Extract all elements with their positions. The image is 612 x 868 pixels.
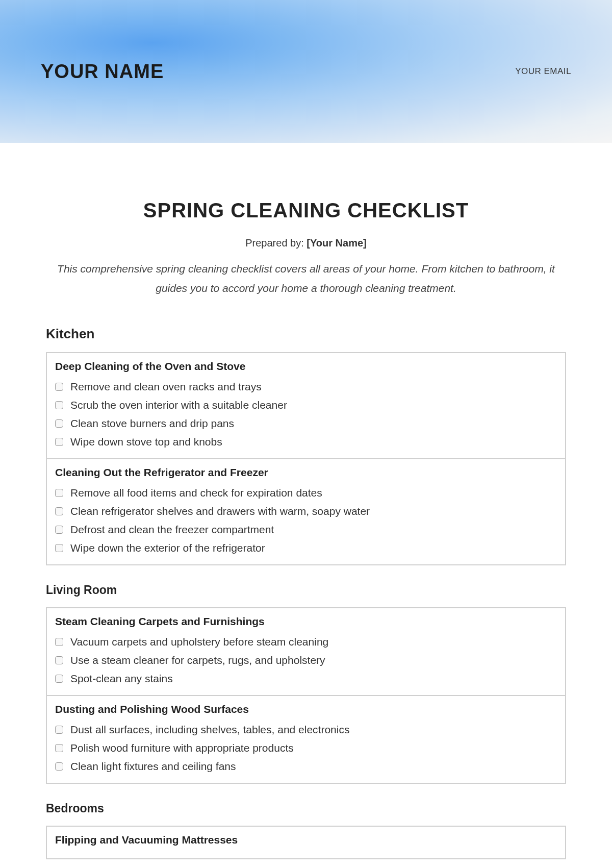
task-group-title: Dusting and Polishing Wood Surfaces bbox=[55, 703, 557, 715]
task-item: Dust all surfaces, including shelves, ta… bbox=[55, 721, 557, 739]
checkbox[interactable] bbox=[55, 744, 63, 752]
task-group: Steam Cleaning Carpets and FurnishingsVa… bbox=[46, 608, 566, 696]
task-text: Scrub the oven interior with a suitable … bbox=[70, 399, 287, 411]
prepared-by-label: Prepared by: bbox=[245, 237, 307, 249]
page-title: SPRING CLEANING CHECKLIST bbox=[46, 199, 566, 222]
task-item: Polish wood furniture with appropriate p… bbox=[55, 739, 557, 757]
section-table: Flipping and Vacuuming Mattresses bbox=[46, 826, 566, 859]
task-text: Remove all food items and check for expi… bbox=[70, 487, 322, 499]
checkbox[interactable] bbox=[55, 762, 63, 771]
task-text: Polish wood furniture with appropriate p… bbox=[70, 742, 294, 754]
checkbox[interactable] bbox=[55, 675, 63, 683]
checkbox[interactable] bbox=[55, 656, 63, 664]
description: This comprehensive spring cleaning check… bbox=[46, 259, 566, 298]
section-table: Steam Cleaning Carpets and FurnishingsVa… bbox=[46, 607, 566, 784]
task-item: Spot-clean any stains bbox=[55, 669, 557, 688]
section-title: Bedrooms bbox=[46, 802, 566, 815]
task-text: Spot-clean any stains bbox=[70, 673, 173, 685]
section-title: Living Room bbox=[46, 583, 566, 597]
header-name: YOUR NAME bbox=[41, 61, 164, 83]
task-item: Clean stove burners and drip pans bbox=[55, 414, 557, 433]
task-item: Remove all food items and check for expi… bbox=[55, 484, 557, 502]
task-group: Dusting and Polishing Wood SurfacesDust … bbox=[46, 696, 566, 783]
header-banner: YOUR NAME YOUR EMAIL bbox=[0, 0, 612, 143]
task-text: Wipe down the exterior of the refrigerat… bbox=[70, 542, 265, 554]
checkbox[interactable] bbox=[55, 401, 63, 409]
task-group-title: Cleaning Out the Refrigerator and Freeze… bbox=[55, 466, 557, 479]
task-item: Clean refrigerator shelves and drawers w… bbox=[55, 502, 557, 520]
section-table: Deep Cleaning of the Oven and StoveRemov… bbox=[46, 352, 566, 565]
checkbox[interactable] bbox=[55, 726, 63, 734]
task-item: Defrost and clean the freezer compartmen… bbox=[55, 520, 557, 539]
checkbox[interactable] bbox=[55, 489, 63, 497]
task-group-title: Flipping and Vacuuming Mattresses bbox=[55, 834, 557, 846]
task-group-title: Deep Cleaning of the Oven and Stove bbox=[55, 360, 557, 373]
checkbox[interactable] bbox=[55, 638, 63, 646]
section-title: Kitchen bbox=[46, 326, 566, 342]
task-group-title: Steam Cleaning Carpets and Furnishings bbox=[55, 615, 557, 628]
task-text: Use a steam cleaner for carpets, rugs, a… bbox=[70, 654, 325, 666]
task-text: Vacuum carpets and upholstery before ste… bbox=[70, 636, 328, 648]
checkbox[interactable] bbox=[55, 383, 63, 391]
task-text: Defrost and clean the freezer compartmen… bbox=[70, 524, 274, 536]
task-item: Clean light fixtures and ceiling fans bbox=[55, 757, 557, 776]
checkbox[interactable] bbox=[55, 419, 63, 428]
task-text: Dust all surfaces, including shelves, ta… bbox=[70, 724, 349, 736]
task-text: Remove and clean oven racks and trays bbox=[70, 381, 262, 393]
checkbox[interactable] bbox=[55, 526, 63, 534]
task-text: Clean stove burners and drip pans bbox=[70, 417, 234, 430]
task-item: Vacuum carpets and upholstery before ste… bbox=[55, 633, 557, 651]
task-group: Deep Cleaning of the Oven and StoveRemov… bbox=[46, 353, 566, 459]
task-text: Wipe down stove top and knobs bbox=[70, 436, 222, 448]
task-group: Flipping and Vacuuming Mattresses bbox=[46, 826, 566, 859]
content-area: SPRING CLEANING CHECKLIST Prepared by: [… bbox=[0, 143, 612, 868]
prepared-by-value: [Your Name] bbox=[307, 237, 366, 249]
task-text: Clean refrigerator shelves and drawers w… bbox=[70, 505, 370, 517]
task-item: Use a steam cleaner for carpets, rugs, a… bbox=[55, 651, 557, 669]
checkbox[interactable] bbox=[55, 544, 63, 552]
checkbox[interactable] bbox=[55, 438, 63, 446]
task-item: Wipe down stove top and knobs bbox=[55, 433, 557, 451]
task-item: Scrub the oven interior with a suitable … bbox=[55, 396, 557, 414]
task-item: Remove and clean oven racks and trays bbox=[55, 378, 557, 396]
sections-container: KitchenDeep Cleaning of the Oven and Sto… bbox=[46, 326, 566, 859]
checkbox[interactable] bbox=[55, 507, 63, 515]
task-group: Cleaning Out the Refrigerator and Freeze… bbox=[46, 459, 566, 565]
task-text: Clean light fixtures and ceiling fans bbox=[70, 760, 236, 773]
header-email: YOUR EMAIL bbox=[515, 66, 571, 77]
task-item: Wipe down the exterior of the refrigerat… bbox=[55, 539, 557, 557]
prepared-by: Prepared by: [Your Name] bbox=[46, 237, 566, 249]
